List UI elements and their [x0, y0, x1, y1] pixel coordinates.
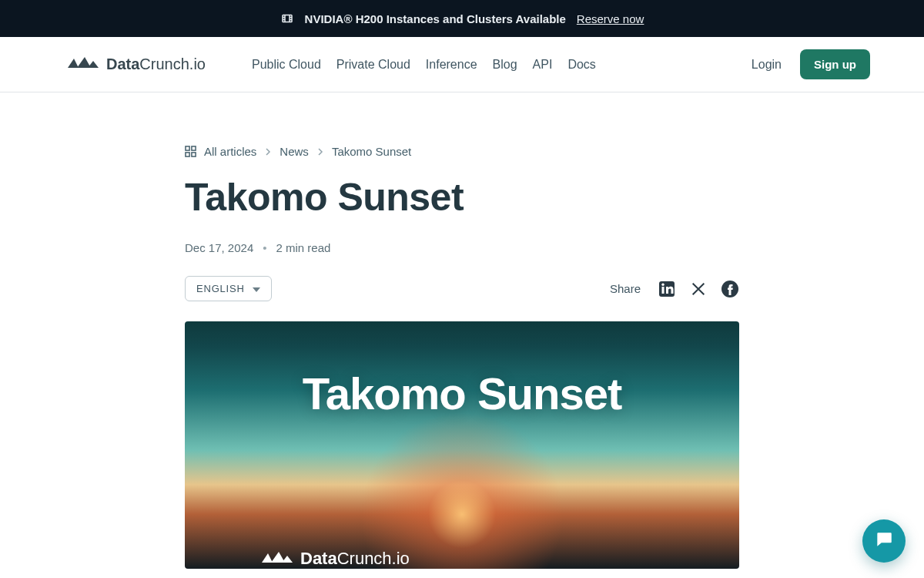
- mountain-icon: [68, 55, 99, 73]
- nav-api[interactable]: API: [533, 58, 553, 72]
- share-label: Share: [610, 282, 641, 295]
- facebook-icon[interactable]: [721, 280, 739, 298]
- svg-rect-1: [186, 146, 189, 150]
- chevron-right-icon: [264, 148, 272, 156]
- grid-icon: [185, 146, 196, 157]
- article-hero-image: Takomo Sunset DataCrunch.io: [185, 321, 739, 569]
- article-read-time: 2 min read: [276, 241, 331, 254]
- hero-title: Takomo Sunset: [185, 368, 739, 419]
- main-content: All articles News Takomo Sunset Takomo S…: [0, 92, 924, 569]
- breadcrumb-current: Takomo Sunset: [332, 145, 411, 158]
- announcement-bar: NVIDIA® H200 Instances and Clusters Avai…: [0, 0, 924, 37]
- article-meta: Dec 17, 2024 • 2 min read: [185, 241, 739, 254]
- linkedin-icon[interactable]: [658, 280, 676, 298]
- svg-rect-0: [283, 15, 292, 22]
- svg-rect-4: [192, 153, 196, 156]
- article-toolbar: ENGLISH Share: [185, 276, 739, 301]
- svg-rect-6: [662, 287, 665, 294]
- breadcrumb: All articles News Takomo Sunset: [185, 145, 739, 158]
- brand-logo[interactable]: DataCrunch.io: [68, 55, 206, 73]
- hero-brand-logo: DataCrunch.io: [262, 549, 410, 569]
- nav-docs[interactable]: Docs: [567, 58, 595, 72]
- chat-icon: [874, 529, 894, 553]
- breadcrumb-section[interactable]: News: [280, 145, 309, 158]
- caret-down-icon: [253, 283, 260, 294]
- svg-point-7: [661, 283, 664, 285]
- nav-inference[interactable]: Inference: [426, 58, 477, 72]
- login-link[interactable]: Login: [752, 58, 782, 72]
- article-container: All articles News Takomo Sunset Takomo S…: [185, 145, 739, 569]
- brand-name: DataCrunch.io: [106, 55, 206, 73]
- language-select[interactable]: ENGLISH: [185, 276, 272, 301]
- chat-launcher[interactable]: [862, 519, 906, 563]
- nav-private-cloud[interactable]: Private Cloud: [336, 58, 410, 72]
- article-date: Dec 17, 2024: [185, 241, 253, 254]
- gpu-icon: [280, 12, 294, 25]
- hero-brand-name: DataCrunch.io: [300, 549, 410, 569]
- announcement-text: NVIDIA® H200 Instances and Clusters Avai…: [305, 12, 566, 25]
- x-twitter-icon[interactable]: [690, 281, 707, 297]
- share-group: Share: [610, 280, 739, 298]
- nav-public-cloud[interactable]: Public Cloud: [252, 58, 321, 72]
- chevron-right-icon: [316, 148, 324, 156]
- site-header: DataCrunch.io Public Cloud Private Cloud…: [0, 37, 924, 92]
- nav-blog[interactable]: Blog: [493, 58, 517, 72]
- signup-button[interactable]: Sign up: [800, 49, 870, 79]
- mountain-icon: [262, 549, 293, 569]
- svg-rect-3: [186, 153, 189, 156]
- language-selected: ENGLISH: [196, 283, 245, 294]
- svg-rect-2: [192, 146, 196, 150]
- reserve-now-link[interactable]: Reserve now: [577, 12, 644, 25]
- breadcrumb-root[interactable]: All articles: [204, 145, 256, 158]
- article-title: Takomo Sunset: [185, 175, 739, 220]
- main-nav: Public Cloud Private Cloud Inference Blo…: [252, 58, 596, 72]
- header-actions: Login Sign up: [752, 49, 870, 79]
- meta-separator: •: [263, 241, 266, 254]
